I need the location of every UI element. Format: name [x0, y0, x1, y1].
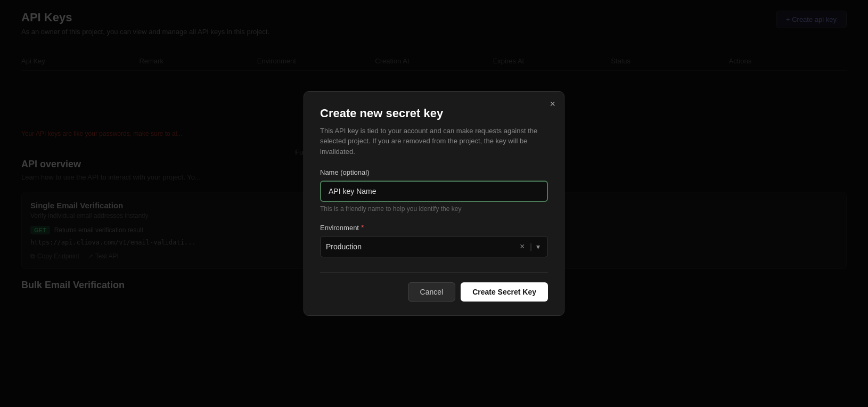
env-dropdown-button[interactable]: ▾ — [534, 242, 542, 251]
env-divider: | — [530, 242, 532, 251]
env-clear-button[interactable]: × — [517, 242, 528, 251]
create-secret-key-modal: × Create new secret key This API key is … — [304, 91, 564, 316]
modal-close-button[interactable]: × — [550, 99, 555, 109]
modal-description: This API key is tied to your account and… — [320, 126, 548, 157]
api-key-name-input[interactable] — [320, 181, 548, 202]
required-star: * — [361, 223, 364, 232]
name-label: Name (optional) — [320, 168, 548, 176]
name-hint: This is a friendly name to help you iden… — [320, 205, 548, 213]
environment-select[interactable]: Production × | ▾ — [320, 236, 548, 257]
modal-title: Create new secret key — [320, 107, 548, 120]
cancel-button[interactable]: Cancel — [408, 282, 456, 302]
modal-overlay: × Create new secret key This API key is … — [0, 0, 868, 407]
env-selected-value: Production — [326, 237, 517, 257]
modal-actions: Cancel Create Secret Key — [320, 272, 548, 302]
env-label: Environment * — [320, 223, 548, 232]
create-secret-key-button[interactable]: Create Secret Key — [461, 282, 548, 302]
